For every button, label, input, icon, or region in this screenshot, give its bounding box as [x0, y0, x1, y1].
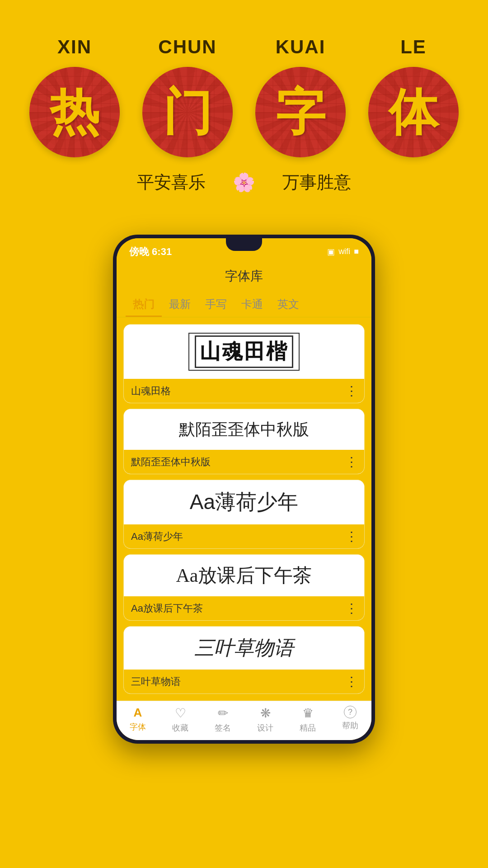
font-card-2[interactable]: 默陌歪歪体中秋版 默陌歪歪体中秋版 ⋮ — [123, 409, 365, 474]
status-icons: ▣ wifi ■ — [327, 247, 359, 257]
font-preview-text-4: Aa放课后下午茶 — [176, 563, 312, 588]
tab-bar[interactable]: 热门 最新 手写 卡通 英文 — [117, 292, 371, 317]
nav-fonts-label: 字体 — [130, 722, 146, 732]
phone-screen: 傍晚 6:31 ▣ wifi ■ 字体库 热门 最新 — [117, 238, 371, 740]
more-button-5[interactable]: ⋮ — [345, 674, 357, 689]
help-icon: ? — [344, 706, 357, 718]
nav-design[interactable]: ❋ 设计 — [244, 706, 286, 733]
subtitle-row: 平安喜乐 🌸 万事胜意 — [18, 171, 470, 194]
app-title: 字体库 — [117, 263, 371, 292]
battery-icon: ▣ — [327, 247, 335, 257]
more-button-1[interactable]: ⋮ — [345, 383, 357, 398]
nav-premium[interactable]: ♛ 精品 — [286, 706, 329, 733]
char-men: 门 — [163, 87, 212, 137]
circles-row: 热 门 — [18, 67, 470, 157]
latin-chun: CHUN — [142, 36, 233, 58]
tab-handwriting[interactable]: 手写 — [198, 292, 234, 317]
subtitle-left: 平安喜乐 — [137, 171, 206, 194]
font-name-row-5: 三叶草物语 ⋮ — [124, 670, 364, 693]
char-zi: 字 — [276, 87, 325, 137]
circle-ti: 体 — [368, 67, 459, 157]
font-name-row-3: Aa薄荷少年 ⋮ — [124, 524, 364, 548]
font-name-row-4: Aa放课后下午茶 ⋮ — [124, 596, 364, 620]
font-list: 山魂田楷 山魂田格 ⋮ 默陌歪歪体中秋版 默陌歪歪体中秋版 ⋮ — [117, 317, 371, 701]
more-button-3[interactable]: ⋮ — [345, 529, 357, 544]
font-preview-text-5: 三叶草物语 — [194, 635, 294, 661]
tab-english[interactable]: 英文 — [270, 292, 306, 317]
nav-signature-label: 签名 — [215, 722, 231, 733]
design-icon: ❋ — [260, 706, 271, 721]
heart-icon: ♡ — [175, 706, 186, 721]
font-preview-4: Aa放课后下午茶 — [124, 555, 364, 596]
nav-help[interactable]: ? 帮助 — [329, 706, 371, 733]
phone-mockup: 傍晚 6:31 ▣ wifi ■ 字体库 热门 最新 — [113, 235, 375, 744]
status-time: 傍晚 6:31 — [129, 245, 172, 259]
more-button-4[interactable]: ⋮ — [345, 601, 357, 616]
font-name-2: 默陌歪歪体中秋版 — [131, 455, 211, 469]
nav-help-label: 帮助 — [342, 720, 358, 731]
font-card-4[interactable]: Aa放课后下午茶 Aa放课后下午茶 ⋮ — [123, 554, 365, 621]
circle-zi: 字 — [255, 67, 346, 157]
font-card-1[interactable]: 山魂田楷 山魂田格 ⋮ — [123, 324, 365, 403]
font-preview-5: 三叶草物语 — [124, 627, 364, 670]
tab-hot[interactable]: 热门 — [126, 292, 162, 317]
circle-men: 门 — [142, 67, 233, 157]
subtitle-right: 万事胜意 — [282, 171, 351, 194]
signal-icon: ■ — [354, 247, 359, 256]
app-title-text: 字体库 — [225, 269, 263, 283]
font-preview-2: 默陌歪歪体中秋版 — [124, 409, 364, 450]
phone-wrapper: 傍晚 6:31 ▣ wifi ■ 字体库 热门 最新 — [0, 235, 488, 771]
circle-re: 热 — [29, 67, 120, 157]
nav-fonts[interactable]: A 字体 — [117, 706, 159, 733]
tab-newest[interactable]: 最新 — [162, 292, 198, 317]
lotus-icon: 🌸 — [233, 172, 255, 193]
bottom-nav[interactable]: A 字体 ♡ 收藏 ✏ 签名 ❋ 设计 ♛ 精品 — [117, 701, 371, 740]
font-name-row-1: 山魂田格 ⋮ — [124, 379, 364, 403]
font-preview-text-3: Aa薄荷少年 — [190, 488, 298, 516]
top-section: XIN CHUN KUAI LE 热 — [0, 0, 488, 235]
nav-favorites-label: 收藏 — [172, 722, 188, 733]
wifi-icon: wifi — [338, 247, 350, 256]
latin-xin: XIN — [29, 36, 120, 58]
pen-icon: ✏ — [218, 706, 228, 721]
crown-icon: ♛ — [302, 706, 314, 721]
font-preview-text-2: 默陌歪歪体中秋版 — [179, 419, 309, 441]
font-name-4: Aa放课后下午茶 — [131, 602, 203, 615]
char-re: 热 — [50, 87, 99, 137]
font-preview-1: 山魂田楷 — [124, 325, 364, 379]
tab-cartoon[interactable]: 卡通 — [234, 292, 270, 317]
font-name-1: 山魂田格 — [131, 384, 171, 398]
font-preview-3: Aa薄荷少年 — [124, 480, 364, 524]
font-name-5: 三叶草物语 — [131, 675, 181, 689]
latin-labels: XIN CHUN KUAI LE — [18, 36, 470, 58]
font-preview-text-1: 山魂田楷 — [188, 333, 300, 371]
latin-kuai: KUAI — [255, 36, 346, 58]
latin-le: LE — [368, 36, 459, 58]
font-card-5[interactable]: 三叶草物语 三叶草物语 ⋮ — [123, 626, 365, 694]
font-name-row-2: 默陌歪歪体中秋版 ⋮ — [124, 450, 364, 474]
char-ti: 体 — [389, 87, 438, 137]
more-button-2[interactable]: ⋮ — [345, 454, 357, 469]
nav-favorites[interactable]: ♡ 收藏 — [159, 706, 202, 733]
font-name-3: Aa薄荷少年 — [131, 530, 183, 543]
nav-design-label: 设计 — [257, 722, 273, 733]
phone-notch — [226, 238, 262, 251]
nav-signature[interactable]: ✏ 签名 — [202, 706, 244, 733]
font-card-3[interactable]: Aa薄荷少年 Aa薄荷少年 ⋮ — [123, 480, 365, 549]
nav-premium-label: 精品 — [300, 722, 316, 733]
fonts-icon: A — [134, 706, 142, 720]
